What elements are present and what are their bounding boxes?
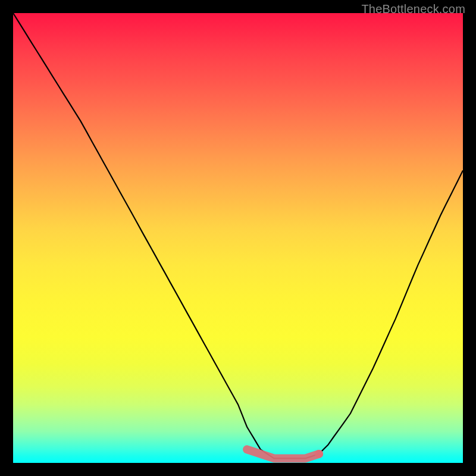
plot-area bbox=[13, 13, 463, 463]
chart-container: TheBottleneck.com bbox=[0, 0, 476, 476]
chart-svg bbox=[13, 13, 463, 463]
svg-point-0 bbox=[315, 450, 323, 458]
watermark-text: TheBottleneck.com bbox=[361, 2, 465, 16]
highlight-band bbox=[247, 449, 323, 458]
bottleneck-curve-line bbox=[13, 13, 463, 458]
